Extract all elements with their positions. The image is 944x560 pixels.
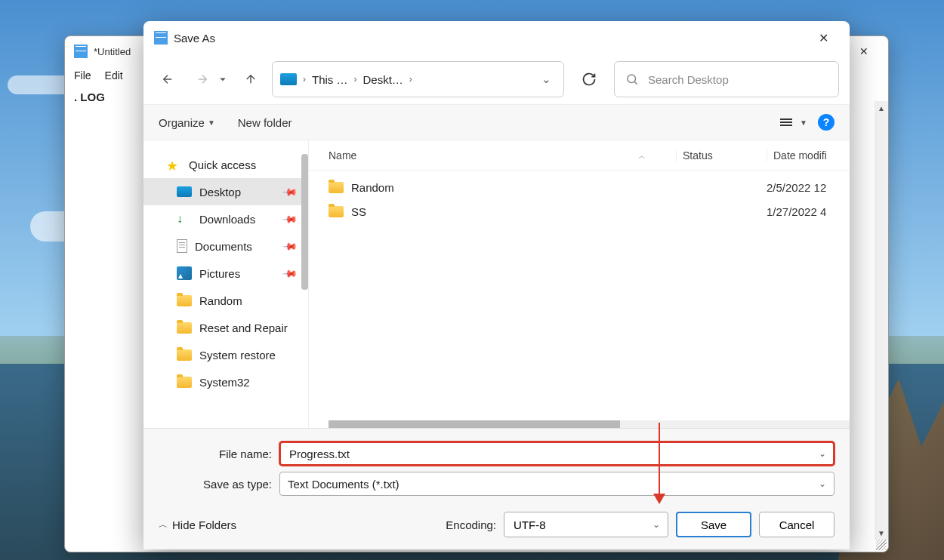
chevron-right-icon[interactable]: › <box>351 74 360 85</box>
chevron-right-icon[interactable]: › <box>406 74 415 85</box>
column-date[interactable]: Date modifi <box>767 149 850 162</box>
search-input[interactable]: Search Desktop <box>614 61 839 97</box>
chevron-right-icon[interactable]: › <box>300 74 309 85</box>
tree-reset[interactable]: Reset and Repair <box>143 314 308 341</box>
back-button[interactable] <box>154 66 181 93</box>
notepad-menu-file[interactable]: File <box>74 69 91 82</box>
new-folder-button[interactable]: New folder <box>238 116 292 129</box>
tree-label: Reset and Repair <box>199 322 288 334</box>
tree-downloads[interactable]: ↓ Downloads 📌 <box>143 205 308 232</box>
pin-icon: 📌 <box>282 211 298 227</box>
encoding-select[interactable]: UTF-8 ⌄ <box>504 512 668 537</box>
forward-button[interactable] <box>189 66 216 93</box>
tree-label: Random <box>199 294 242 307</box>
chevron-down-icon[interactable]: ⌄ <box>537 72 556 86</box>
organize-label: Organize <box>159 116 205 129</box>
file-name: SS <box>351 205 366 218</box>
file-row[interactable]: SS 1/27/2022 4 <box>309 199 850 223</box>
tree-quick-access[interactable]: ★ Quick access <box>143 151 308 178</box>
file-date: 2/5/2022 12 <box>767 181 850 194</box>
tree-random[interactable]: Random <box>143 287 308 314</box>
folder-icon <box>177 295 192 306</box>
tree-label: System restore <box>199 349 276 362</box>
up-button[interactable] <box>237 66 264 93</box>
tree-desktop[interactable]: Desktop 📌 <box>143 178 308 205</box>
resize-grip-icon[interactable] <box>876 540 887 550</box>
file-name: Random <box>351 181 394 194</box>
chevron-down-icon[interactable]: ⌄ <box>652 519 660 530</box>
cancel-button[interactable]: Cancel <box>759 512 834 537</box>
tree-panel: ★ Quick access Desktop 📌 ↓ Downloads 📌 D… <box>143 140 308 428</box>
download-icon: ↓ <box>177 212 192 226</box>
folder-icon <box>329 182 344 193</box>
savetype-select[interactable]: Text Documents (*.txt) ⌄ <box>279 472 834 496</box>
scroll-up-icon[interactable]: ▲ <box>875 101 888 115</box>
notepad-close-button[interactable]: ✕ <box>849 39 879 63</box>
saveas-title: Save As <box>174 32 807 45</box>
chevron-up-icon: ︿ <box>159 518 168 531</box>
folder-icon <box>177 322 192 334</box>
caret-down-icon: ▼ <box>208 118 215 127</box>
saveas-app-icon <box>154 31 168 45</box>
tree-label: Documents <box>195 240 252 253</box>
horizontal-scrollbar[interactable] <box>329 420 850 428</box>
new-folder-label: New folder <box>238 116 292 129</box>
breadcrumb-desktop[interactable]: Deskt… <box>363 73 403 86</box>
pc-icon <box>280 73 297 85</box>
tree-scrollbar[interactable] <box>301 154 308 290</box>
refresh-button[interactable] <box>572 61 606 97</box>
tree-pictures[interactable]: Pictures 📌 <box>143 260 308 287</box>
chevron-down-icon[interactable]: ⌄ <box>819 478 826 489</box>
tree-label: Desktop <box>199 186 241 198</box>
close-button[interactable]: ✕ <box>807 26 839 50</box>
scroll-down-icon[interactable]: ▼ <box>875 526 888 540</box>
annotation-arrow <box>657 423 662 504</box>
savetype-label: Save as type: <box>159 478 279 491</box>
organize-menu[interactable]: Organize ▼ <box>159 116 215 129</box>
notepad-scrollbar[interactable]: ▲ ▼ <box>875 101 888 540</box>
document-icon <box>177 239 187 253</box>
hide-folders-label: Hide Folders <box>172 518 236 531</box>
filename-label: File name: <box>159 448 279 460</box>
encoding-value: UTF-8 <box>514 518 546 531</box>
help-button[interactable]: ? <box>818 114 834 131</box>
encoding-label: Encoding: <box>446 518 496 531</box>
file-date: 1/27/2022 4 <box>767 205 850 218</box>
save-button[interactable]: Save <box>676 512 751 537</box>
filename-value: Progress.txt <box>288 448 351 460</box>
breadcrumb[interactable]: › This … › Deskt… › ⌄ <box>272 61 564 97</box>
svg-point-0 <box>628 75 636 83</box>
tree-label: Downloads <box>199 213 255 226</box>
history-dropdown[interactable] <box>216 66 230 93</box>
sort-asc-icon: ︿ <box>638 151 646 162</box>
folder-icon <box>177 349 192 361</box>
savetype-value: Text Documents (*.txt) <box>288 478 400 491</box>
pin-icon: 📌 <box>282 238 298 254</box>
chevron-down-icon[interactable]: ⌄ <box>819 448 826 459</box>
filename-input[interactable]: Progress.txt ⌄ <box>279 442 834 466</box>
search-icon <box>625 72 639 86</box>
caret-down-icon: ▼ <box>800 118 807 127</box>
search-placeholder: Search Desktop <box>648 73 729 86</box>
breadcrumb-thispc[interactable]: This … <box>312 73 348 86</box>
tree-documents[interactable]: Documents 📌 <box>143 232 308 260</box>
folder-icon <box>329 206 344 217</box>
saveas-dialog: Save As ✕ › This … › Deskt… › ⌄ Search D… <box>143 21 850 549</box>
tree-system32[interactable]: System32 <box>143 368 308 395</box>
pictures-icon <box>177 266 192 280</box>
column-status[interactable]: Status <box>676 149 767 162</box>
file-columns-header: Name ︿ Status Date modifi <box>309 140 850 171</box>
file-row[interactable]: Random 2/5/2022 12 <box>309 175 850 199</box>
notepad-icon <box>74 45 88 58</box>
column-name[interactable]: Name ︿ <box>309 149 676 162</box>
tree-label: Quick access <box>189 158 256 171</box>
folder-icon <box>177 377 192 388</box>
view-menu[interactable]: ▼ <box>780 118 807 127</box>
notepad-menu-edit[interactable]: Edit <box>105 69 123 82</box>
tree-restore[interactable]: System restore <box>143 341 308 368</box>
star-icon: ★ <box>166 158 181 171</box>
hide-folders-button[interactable]: ︿ Hide Folders <box>159 518 236 531</box>
pin-icon: 📌 <box>282 183 298 200</box>
list-view-icon <box>780 118 792 126</box>
tree-label: Pictures <box>199 267 240 280</box>
